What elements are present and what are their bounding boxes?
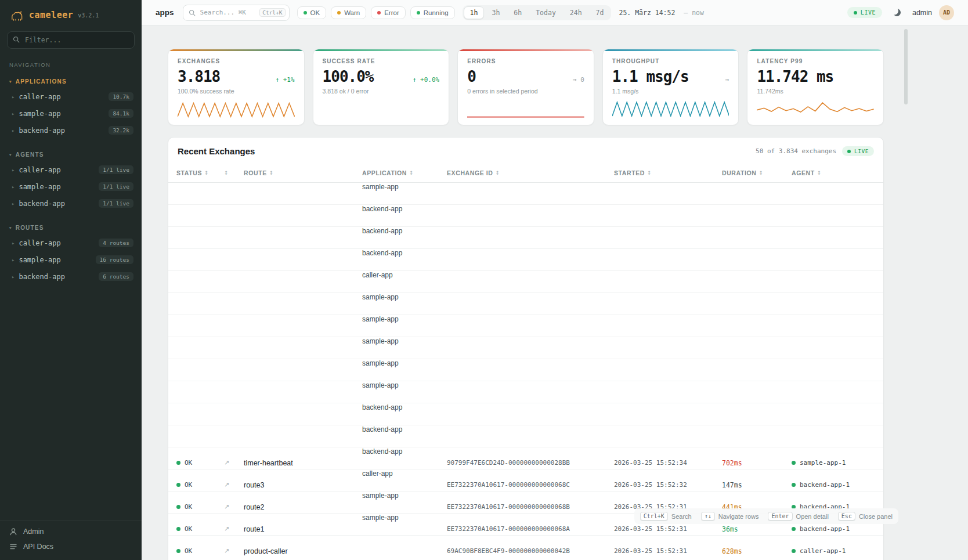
nav-section-agents[interactable]: ▾AGENTS (0, 146, 142, 161)
column-header-status[interactable]: STATUS↕ (176, 169, 224, 176)
topbar-right: LIVE admin AD (847, 5, 954, 21)
column-header-started[interactable]: STARTED↕ (614, 169, 722, 176)
table-row[interactable]: OK↗data-gen-nested-splitsample-app90799F… (168, 381, 883, 403)
table-row[interactable]: OK↗timer-heartbeatsample-app90799F47E6CD… (168, 183, 883, 205)
datetime-value: 25. März 14:52 (619, 9, 675, 17)
table-row[interactable]: OK↗route3backend-appEE7322370A10617-0000… (168, 403, 883, 425)
filter-input[interactable] (7, 31, 135, 49)
username: admin (912, 9, 932, 17)
column-header-duration[interactable]: DURATION↕ (722, 169, 792, 176)
scrollbar[interactable] (904, 29, 908, 104)
live-badge[interactable]: LIVE (847, 7, 882, 18)
column-header-route[interactable]: ROUTE↕ (244, 169, 362, 176)
sidebar-item-applications-backend-app[interactable]: ▸backend-app32.2k (0, 122, 142, 139)
stat-card-errors: ERRORS0→ 00 errors in selected period (457, 49, 594, 125)
table-row[interactable]: OK↗route1backend-appEE7322370A10617-0000… (168, 249, 883, 271)
filter-chip-warn[interactable]: Warn (331, 6, 366, 19)
kbd-key: Enter (768, 512, 792, 521)
stat-subtext: 1.1 msg/s (612, 88, 729, 95)
count-badge: 6 routes (99, 272, 133, 281)
chevron-right-icon: ▸ (12, 201, 15, 207)
live-label: LIVE (861, 9, 876, 16)
avatar[interactable]: AD (939, 5, 954, 20)
range-today[interactable]: Today (529, 6, 562, 19)
dark-mode-toggle[interactable] (889, 5, 905, 21)
column-header-exchange-id[interactable]: EXCHANGE ID↕ (447, 169, 614, 176)
table-row[interactable]: OK↗error-handling-testsample-app90799F47… (168, 337, 883, 359)
hint-open-detail: EnterOpen detail (768, 512, 828, 521)
status-cell: OK (176, 525, 224, 533)
open-detail-icon[interactable]: ↗ (224, 547, 244, 555)
stat-cards: EXCHANGES3.818↑ +1%100.0% success rateSU… (168, 49, 884, 125)
sparkline (178, 99, 295, 119)
range-7d[interactable]: 7d (590, 6, 611, 19)
count-badge: 1/1 live (99, 165, 133, 174)
stat-value: 0 (467, 68, 476, 85)
open-detail-icon[interactable]: ↗ (224, 459, 244, 467)
table-row[interactable]: OK↗product-callercaller-app69AC90BF8EBC4… (168, 271, 883, 293)
table-row[interactable]: OK↗timer-heartbeatsample-app90799F47E6CD… (168, 293, 883, 315)
table-row[interactable]: OK↗route2backend-appEE7322370A10617-0000… (168, 227, 883, 249)
sidebar-item-agents-sample-app[interactable]: ▸sample-app1/1 live (0, 178, 142, 195)
status-dot (176, 461, 180, 465)
status-dot (304, 11, 307, 15)
range-1h[interactable]: 1h (464, 6, 485, 19)
stat-value: 1.1 msg/s (612, 68, 689, 85)
open-detail-icon[interactable]: ↗ (224, 503, 244, 511)
open-detail-icon[interactable]: ↗ (224, 525, 244, 533)
chevron-right-icon: ▸ (12, 274, 15, 280)
stat-value: 100.0% (323, 68, 374, 85)
card-accent-bar (603, 49, 739, 51)
open-detail-icon[interactable]: ↗ (224, 481, 244, 489)
main-area: apps Ctrl+K OKWarnErrorRunning 1h3h6hTod… (142, 0, 968, 560)
footer-label: Admin (23, 528, 44, 536)
table-row[interactable]: OK↗timer-heartbeatsample-app90799F47E6CD… (168, 359, 883, 381)
search-input[interactable] (199, 8, 257, 17)
sidebar-footer: Admin API Docs (0, 520, 142, 560)
column-header-open[interactable]: ↕ (224, 170, 244, 176)
table-row[interactable]: OK↗route3backend-appEE7322370A10617-0000… (168, 205, 883, 227)
column-header-agent[interactable]: AGENT↕ (792, 169, 874, 176)
filter-chip-error[interactable]: Error (371, 6, 406, 19)
filter-chip-ok[interactable]: OK (297, 6, 327, 19)
table-row[interactable]: OK↗route2backend-appEE7322370A10617-0000… (168, 425, 883, 447)
range-6h[interactable]: 6h (507, 6, 528, 19)
sidebar-item-applications-sample-app[interactable]: ▸sample-app84.1k (0, 105, 142, 122)
app-root: cameleer v3.2.1 NAVIGATION ▾APPLICATIONS… (0, 0, 968, 560)
count-badge: 4 routes (99, 239, 133, 247)
column-header-application[interactable]: APPLICATION↕ (362, 169, 447, 176)
status-dot (176, 505, 180, 509)
range-3h[interactable]: 3h (485, 6, 506, 19)
global-search[interactable]: Ctrl+K (183, 5, 290, 21)
live-dot-icon (854, 11, 857, 15)
stat-subtext: 0 errors in selected period (467, 88, 584, 95)
sidebar-item-routes-caller-app[interactable]: ▸caller-app4 routes (0, 234, 142, 251)
stat-title: ERRORS (467, 58, 584, 64)
sidebar-item-routes-sample-app[interactable]: ▸sample-app16 routes (0, 251, 142, 268)
sort-icon: ↕ (204, 170, 209, 176)
table-body: OK↗timer-heartbeatsample-app90799F47E6CD… (168, 183, 883, 536)
chevron-down-icon: ▾ (9, 153, 12, 157)
sidebar-item-api-docs[interactable]: API Docs (9, 543, 132, 551)
table-row[interactable]: OK↗data-gen-orderssample-app90799F47E6CD… (168, 315, 883, 337)
nav-section-applications[interactable]: ▾APPLICATIONS (0, 73, 142, 88)
sidebar-item-agents-caller-app[interactable]: ▸caller-app1/1 live (0, 161, 142, 178)
count-badge: 32.2k (109, 126, 133, 135)
range-24h[interactable]: 24h (564, 6, 588, 19)
sidebar-item-agents-backend-app[interactable]: ▸backend-app1/1 live (0, 195, 142, 212)
table-header-right: 50 of 3.834 exchanges LIVE (756, 146, 874, 156)
count-badge: 16 routes (96, 255, 133, 264)
chevron-right-icon: ▸ (12, 240, 15, 246)
status-cell: OK (176, 459, 224, 467)
stat-title: EXCHANGES (178, 58, 295, 64)
nav-section-routes[interactable]: ▾ROUTES (0, 219, 142, 234)
sidebar-item-routes-backend-app[interactable]: ▸backend-app6 routes (0, 268, 142, 285)
status-dot (176, 549, 180, 553)
camel-logo-icon (9, 9, 24, 21)
sidebar-item-applications-caller-app[interactable]: ▸caller-app10.7k (0, 88, 142, 105)
count-badge: 84.1k (109, 109, 133, 118)
filter-chip-running[interactable]: Running (410, 6, 455, 19)
status-dot (377, 11, 381, 15)
datetime-display[interactable]: 25. März 14:52 — now (619, 9, 704, 17)
sidebar-item-admin[interactable]: Admin (9, 528, 132, 536)
